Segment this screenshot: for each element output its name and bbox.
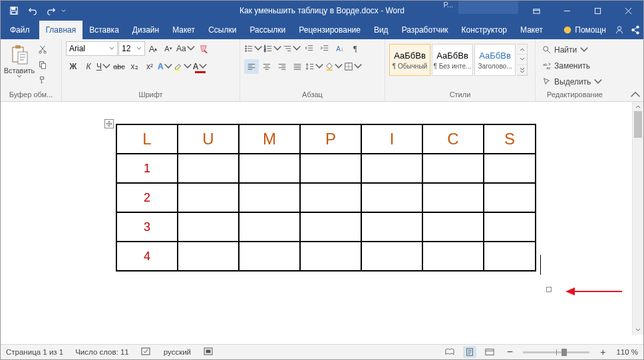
- tab-view[interactable]: Вид: [367, 21, 395, 39]
- zoom-level[interactable]: 110 %: [616, 348, 638, 356]
- italic-button[interactable]: К: [81, 59, 96, 74]
- page[interactable]: L U M P I C S 1 2 3 4: [7, 102, 623, 335]
- scroll-down-button[interactable]: [633, 325, 643, 335]
- table-resize-handle[interactable]: [546, 287, 552, 292]
- sort-button[interactable]: А↓: [333, 41, 347, 56]
- tab-table-layout[interactable]: Макет: [514, 21, 550, 39]
- increase-indent-button[interactable]: [317, 41, 332, 56]
- find-button[interactable]: Найти: [540, 43, 610, 57]
- status-word-count[interactable]: Число слов: 11: [75, 348, 129, 356]
- sign-in-icon[interactable]: [611, 25, 627, 35]
- zoom-out-button[interactable]: −: [503, 346, 516, 358]
- table-move-handle[interactable]: [104, 119, 114, 128]
- tab-layout[interactable]: Макет: [166, 21, 202, 39]
- tab-insert[interactable]: Вставка: [82, 21, 126, 39]
- decrease-indent-button[interactable]: [302, 41, 317, 56]
- font-size-box[interactable]: 12: [118, 41, 145, 56]
- collapse-ribbon-button[interactable]: [630, 89, 641, 100]
- tab-references[interactable]: Ссылки: [202, 21, 243, 39]
- superscript-button[interactable]: x²: [142, 59, 157, 74]
- text-effects-button[interactable]: A: [158, 59, 173, 74]
- table-cell[interactable]: S: [484, 124, 536, 154]
- close-button[interactable]: [613, 1, 643, 21]
- scroll-up-button[interactable]: [633, 102, 643, 111]
- document-table[interactable]: L U M P I C S 1 2 3 4: [116, 124, 536, 271]
- tell-me-box[interactable]: Помощн: [558, 25, 611, 35]
- grow-font-button[interactable]: A▴: [146, 41, 160, 56]
- cut-button[interactable]: [35, 43, 50, 56]
- font-name-box[interactable]: Arial: [66, 41, 118, 56]
- select-button[interactable]: Выделить: [540, 75, 610, 89]
- minimize-button[interactable]: [552, 1, 582, 21]
- table-cell[interactable]: 2: [116, 183, 178, 212]
- borders-button[interactable]: [344, 59, 363, 74]
- line-spacing-button[interactable]: [305, 59, 324, 74]
- styles-scroll-down[interactable]: [517, 55, 527, 65]
- multilevel-list-button[interactable]: [283, 41, 301, 56]
- maximize-button[interactable]: [582, 1, 613, 21]
- show-marks-button[interactable]: ¶: [348, 41, 363, 56]
- shading-button[interactable]: [325, 59, 343, 74]
- svg-rect-2: [12, 11, 17, 14]
- shrink-font-button[interactable]: A▾: [161, 41, 176, 56]
- ribbon-display-button[interactable]: [521, 1, 552, 21]
- style-no-spacing[interactable]: АаБбВв ¶ Без инте...: [432, 44, 473, 76]
- align-left-button[interactable]: [244, 59, 259, 74]
- align-right-button[interactable]: [275, 59, 289, 74]
- zoom-slider[interactable]: [523, 351, 589, 353]
- status-page[interactable]: Страница 1 из 1: [6, 348, 63, 356]
- numbering-button[interactable]: 123: [263, 41, 282, 56]
- font-color-button[interactable]: A: [193, 59, 208, 74]
- tab-file[interactable]: Файл: [1, 21, 39, 39]
- tab-developer[interactable]: Разработчик: [395, 21, 455, 39]
- undo-button[interactable]: [23, 1, 42, 20]
- table-cell[interactable]: U: [178, 124, 239, 154]
- table-cell[interactable]: 4: [116, 242, 178, 271]
- change-case-button[interactable]: Aa: [176, 41, 196, 56]
- table-cell[interactable]: 1: [116, 154, 178, 183]
- highlight-button[interactable]: [174, 59, 192, 74]
- tab-design[interactable]: Дизайн: [126, 21, 166, 39]
- subscript-button[interactable]: x₂: [127, 59, 142, 74]
- tab-review[interactable]: Рецензирование: [292, 21, 367, 39]
- paste-button[interactable]: Вставить: [5, 41, 34, 89]
- bold-button[interactable]: Ж: [66, 59, 80, 74]
- table-cell[interactable]: P: [300, 124, 361, 154]
- tab-home[interactable]: Главная: [39, 21, 83, 39]
- qat-customize-button[interactable]: [61, 1, 66, 20]
- justify-button[interactable]: [290, 59, 305, 74]
- status-macro-icon[interactable]: [203, 347, 214, 357]
- zoom-in-button[interactable]: +: [596, 346, 609, 358]
- group-label-editing: Редактирование: [540, 89, 610, 101]
- styles-expand[interactable]: [517, 65, 527, 75]
- table-cell[interactable]: M: [239, 124, 300, 154]
- table-cell[interactable]: C: [422, 124, 484, 154]
- strikethrough-button[interactable]: abc: [112, 59, 126, 74]
- replace-button[interactable]: abac Заменить: [540, 59, 610, 73]
- vertical-scrollbar[interactable]: [632, 102, 643, 335]
- table-cell[interactable]: I: [361, 124, 422, 154]
- view-print-layout[interactable]: [463, 346, 476, 358]
- scroll-thumb[interactable]: [634, 111, 642, 138]
- table-cell[interactable]: L: [116, 124, 178, 154]
- redo-button[interactable]: [42, 1, 61, 20]
- format-painter-button[interactable]: [35, 73, 50, 87]
- user-account-box[interactable]: [458, 1, 518, 14]
- align-center-button[interactable]: [259, 59, 274, 74]
- styles-scroll-up[interactable]: [517, 45, 527, 55]
- status-language[interactable]: русский: [164, 348, 191, 356]
- copy-button[interactable]: [35, 58, 50, 71]
- tab-table-design[interactable]: Конструктор: [455, 21, 514, 39]
- save-button[interactable]: [5, 1, 23, 20]
- bullets-button[interactable]: [244, 41, 263, 56]
- view-read-mode[interactable]: [443, 346, 456, 358]
- tab-mailings[interactable]: Рассылки: [243, 21, 292, 39]
- table-cell[interactable]: 3: [116, 212, 178, 242]
- share-button[interactable]: [627, 25, 643, 35]
- style-heading1[interactable]: АаБбВв Заголово...: [474, 44, 516, 76]
- underline-button[interactable]: Ч: [96, 59, 111, 74]
- view-web-layout[interactable]: [483, 346, 496, 358]
- style-normal[interactable]: АаБбВв ¶ Обычный: [389, 44, 430, 76]
- status-proofing-icon[interactable]: [141, 347, 152, 357]
- clear-formatting-button[interactable]: [196, 41, 211, 56]
